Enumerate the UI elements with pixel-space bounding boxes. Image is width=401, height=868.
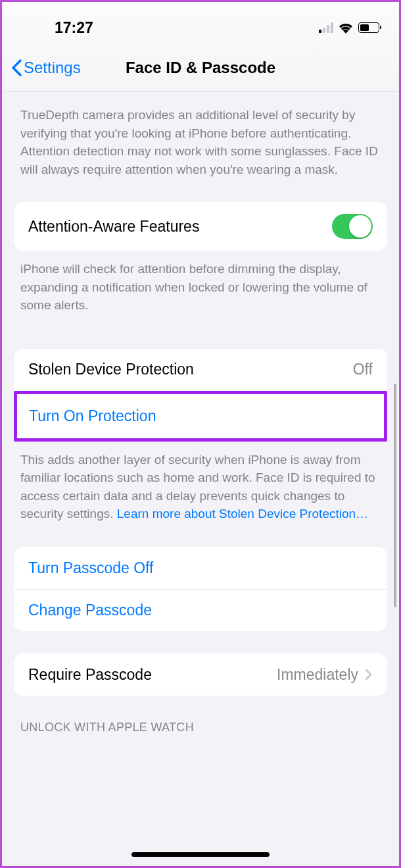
cellular-icon [319, 22, 333, 33]
highlight-annotation: Turn On Protection [14, 391, 387, 442]
stolen-device-status: Off [353, 361, 373, 378]
attention-aware-label: Attention-Aware Features [28, 218, 199, 236]
battery-icon [358, 22, 379, 33]
attention-aware-toggle[interactable] [332, 214, 373, 239]
stolen-device-status-row: Stolen Device Protection Off [14, 349, 387, 391]
nav-bar: Settings Face ID & Passcode [2, 48, 399, 91]
passcode-actions-section: Turn Passcode Off Change Passcode [14, 547, 387, 631]
stolen-device-description: This adds another layer of security when… [2, 442, 399, 535]
attention-aware-section: Attention-Aware Features [14, 202, 387, 251]
chevron-right-icon [365, 669, 373, 680]
toggle-thumb [349, 215, 371, 238]
status-time: 17:27 [55, 19, 93, 37]
require-passcode-value: Immediately [277, 666, 358, 684]
attention-aware-description: iPhone will check for attention before d… [2, 251, 399, 326]
require-passcode-label: Require Passcode [28, 666, 152, 684]
require-passcode-section: Require Passcode Immediately [14, 653, 387, 696]
turn-on-protection-label: Turn On Protection [29, 407, 156, 424]
back-label: Settings [24, 59, 81, 77]
scroll-indicator[interactable] [394, 384, 396, 607]
turn-passcode-off-label: Turn Passcode Off [28, 559, 153, 577]
unlock-watch-header: UNLOCK WITH APPLE WATCH [2, 696, 399, 734]
truedepth-description: TrueDepth camera provides an additional … [2, 91, 399, 190]
home-indicator[interactable] [131, 852, 270, 857]
turn-passcode-off-button[interactable]: Turn Passcode Off [14, 547, 387, 589]
back-button[interactable]: Settings [11, 59, 81, 77]
require-passcode-row[interactable]: Require Passcode Immediately [14, 653, 387, 696]
page-title: Face ID & Passcode [126, 59, 275, 77]
attention-aware-row[interactable]: Attention-Aware Features [14, 202, 387, 251]
turn-on-protection-button[interactable]: Turn On Protection [17, 394, 384, 438]
chevron-left-icon [11, 59, 22, 76]
stolen-device-label: Stolen Device Protection [28, 361, 194, 378]
stolen-device-section: Stolen Device Protection Off Turn On Pro… [14, 349, 387, 442]
settings-content: TrueDepth camera provides an additional … [2, 91, 399, 734]
change-passcode-button[interactable]: Change Passcode [14, 589, 387, 631]
wifi-icon [339, 22, 353, 34]
change-passcode-label: Change Passcode [28, 601, 152, 619]
learn-more-link[interactable]: Learn more about Stolen Device Protectio… [117, 507, 368, 521]
status-bar: 17:27 [2, 2, 399, 48]
status-icons [319, 22, 379, 34]
